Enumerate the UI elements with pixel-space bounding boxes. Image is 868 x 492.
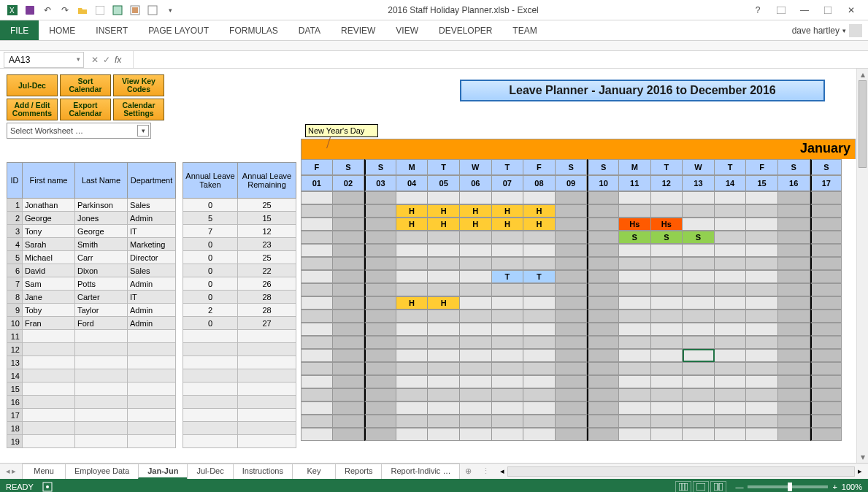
calendar-cell[interactable] xyxy=(460,401,492,415)
calendar-cell[interactable]: H xyxy=(396,204,429,218)
scroll-down-icon[interactable]: ▾ xyxy=(857,451,868,463)
calendar-cell[interactable] xyxy=(651,336,683,349)
calendar-cell[interactable] xyxy=(587,388,619,401)
calendar-cell[interactable] xyxy=(810,362,842,375)
calendar-cell[interactable]: H xyxy=(428,218,460,231)
table-cell[interactable]: Jonathan xyxy=(23,199,75,212)
calendar-cell[interactable] xyxy=(746,401,778,415)
table-cell[interactable] xyxy=(75,330,128,343)
help-icon[interactable]: ? xyxy=(748,3,767,18)
calendar-cell[interactable] xyxy=(523,283,556,296)
calendar-cell[interactable] xyxy=(523,310,556,323)
table-cell[interactable]: Sarah xyxy=(23,238,75,251)
calendar-cell[interactable] xyxy=(683,310,715,323)
table-cell[interactable] xyxy=(128,343,176,356)
calendar-cell[interactable] xyxy=(651,270,683,283)
calendar-cell[interactable] xyxy=(364,257,396,270)
table-cell[interactable] xyxy=(128,396,176,409)
table-cell[interactable]: 0 xyxy=(183,291,238,304)
minimize-icon[interactable]: — xyxy=(795,3,814,18)
calendar-cell[interactable] xyxy=(396,323,429,336)
calendar-cell[interactable] xyxy=(460,244,492,257)
add-sheet-icon[interactable]: ⊕ xyxy=(459,466,477,476)
calendar-cell[interactable] xyxy=(587,362,619,375)
calendar-cell[interactable] xyxy=(651,244,683,257)
macro-button-export-calendar[interactable]: Export Calendar xyxy=(60,99,111,120)
table-cell[interactable]: 0 xyxy=(183,251,238,264)
worksheet-area[interactable]: Jul-DecSort CalendarView Key Codes Add /… xyxy=(0,69,868,463)
calendar-cell[interactable] xyxy=(492,323,524,336)
calendar-cell[interactable]: Hs xyxy=(651,218,683,231)
table-cell[interactable] xyxy=(75,356,128,369)
table-cell[interactable]: George xyxy=(23,212,75,225)
table-cell[interactable] xyxy=(183,435,238,448)
ribbon-tab-team[interactable]: TEAM xyxy=(502,20,547,40)
calendar-cell[interactable] xyxy=(715,283,747,296)
calendar-cell[interactable] xyxy=(683,428,715,441)
calendar-cell[interactable] xyxy=(683,270,715,283)
calendar-cell[interactable] xyxy=(715,336,747,349)
sheet-nav[interactable]: ◂▸ xyxy=(0,466,22,476)
calendar-cell[interactable]: H xyxy=(523,218,556,231)
calendar-cell[interactable] xyxy=(778,218,810,231)
calendar-cell[interactable] xyxy=(619,349,651,362)
calendar-cell[interactable] xyxy=(301,283,333,296)
calendar-cell[interactable] xyxy=(333,415,365,428)
calendar-cell[interactable] xyxy=(715,257,747,270)
table-cell[interactable]: 11 xyxy=(7,330,23,343)
calendar-cell[interactable] xyxy=(715,349,747,362)
calendar-cell[interactable] xyxy=(587,296,619,310)
calendar-cell[interactable] xyxy=(301,349,333,362)
calendar-cell[interactable] xyxy=(556,270,588,283)
calendar-cell[interactable] xyxy=(460,349,492,362)
calendar-cell[interactable] xyxy=(396,428,429,441)
table-cell[interactable]: IT xyxy=(128,225,176,238)
calendar-cell[interactable] xyxy=(619,283,651,296)
calendar-cell[interactable] xyxy=(746,323,778,336)
calendar-cell[interactable] xyxy=(364,296,396,310)
maximize-icon[interactable] xyxy=(818,3,837,18)
table-cell[interactable] xyxy=(75,343,128,356)
calendar-cell[interactable] xyxy=(364,191,396,204)
calendar-cell[interactable] xyxy=(396,283,429,296)
calendar-cell[interactable] xyxy=(556,310,588,323)
table-cell[interactable]: Carr xyxy=(75,251,128,264)
calendar-cell[interactable] xyxy=(428,428,460,441)
calendar-cell[interactable] xyxy=(364,270,396,283)
calendar-cell[interactable]: S xyxy=(683,231,715,244)
calendar-cell[interactable] xyxy=(364,349,396,362)
calendar-cell[interactable] xyxy=(428,362,460,375)
calendar-cell[interactable] xyxy=(778,270,810,283)
calendar-cell[interactable] xyxy=(396,270,429,283)
calendar-cell[interactable] xyxy=(810,218,842,231)
calendar-cell[interactable] xyxy=(587,375,619,388)
calendar-cell[interactable] xyxy=(523,349,556,362)
calendar-cell[interactable] xyxy=(715,388,747,401)
calendar-cell[interactable] xyxy=(715,362,747,375)
name-box[interactable]: AA13 ▾ xyxy=(4,52,84,68)
table-cell[interactable] xyxy=(238,383,296,396)
calendar-cell[interactable] xyxy=(651,401,683,415)
calendar-cell[interactable] xyxy=(460,428,492,441)
calendar-cell[interactable]: H xyxy=(396,296,429,310)
table-cell[interactable]: Smith xyxy=(75,238,128,251)
calendar-cell[interactable] xyxy=(810,283,842,296)
table-cell[interactable]: IT xyxy=(128,291,176,304)
calendar-cell[interactable] xyxy=(460,283,492,296)
calendar-cell[interactable] xyxy=(746,270,778,283)
calendar-cell[interactable]: H xyxy=(460,218,492,231)
table-cell[interactable]: 5 xyxy=(7,251,23,264)
calendar-cell[interactable] xyxy=(746,191,778,204)
calendar-cell[interactable] xyxy=(301,231,333,244)
scroll-right-icon[interactable]: ▸ xyxy=(858,466,862,476)
calendar-cell[interactable] xyxy=(715,296,747,310)
table-cell[interactable]: George xyxy=(75,225,128,238)
calendar-cell[interactable] xyxy=(715,270,747,283)
table-cell[interactable]: 12 xyxy=(238,225,296,238)
table-cell[interactable]: 7 xyxy=(7,277,23,291)
table-cell[interactable]: David xyxy=(23,264,75,277)
calendar-cell[interactable] xyxy=(523,231,556,244)
calendar-cell[interactable] xyxy=(715,231,747,244)
calendar-cell[interactable] xyxy=(492,401,524,415)
calendar-cell[interactable] xyxy=(333,388,365,401)
